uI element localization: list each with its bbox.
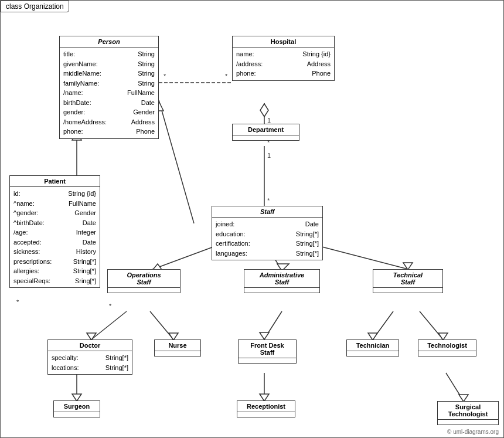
tech-staff-body <box>373 288 442 293</box>
svg-marker-4 <box>260 104 268 117</box>
svg-line-20 <box>91 311 127 339</box>
tech-staff-header: Technical Staff <box>373 270 442 288</box>
staff-body: joined:Date education:String[*] certific… <box>212 218 322 260</box>
technician-class: Technician <box>346 339 399 356</box>
person-class: Person title:String givenName:String mid… <box>59 36 159 139</box>
hospital-header: Hospital <box>233 36 334 47</box>
patient-header: Patient <box>10 176 100 187</box>
admin-staff-header: Administrative Staff <box>244 270 319 288</box>
department-body <box>233 135 299 140</box>
nurse-header: Nurse <box>155 340 200 351</box>
svg-line-28 <box>420 311 443 339</box>
doctor-body: specialty:String[*] locations:String[*] <box>48 351 132 374</box>
patient-body: id:String {id} ^name:FullName ^gender:Ge… <box>10 187 100 287</box>
patient-class: Patient id:String {id} ^name:FullName ^g… <box>9 175 100 288</box>
svg-line-34 <box>446 373 464 401</box>
svg-text:1: 1 <box>267 152 271 159</box>
technologist-header: Technologist <box>418 340 476 351</box>
svg-marker-25 <box>260 332 269 339</box>
diagram-title: class Organization <box>1 1 69 12</box>
front-desk-body <box>239 358 296 363</box>
front-desk-class: Front Desk Staff <box>238 339 297 364</box>
technician-body <box>347 351 399 356</box>
receptionist-class: Receptionist <box>237 400 295 417</box>
admin-staff-class: Administrative Staff <box>244 269 320 293</box>
surgeon-class: Surgeon <box>53 400 100 417</box>
doctor-header: Doctor <box>48 340 132 351</box>
hospital-body: name:String {id} /address:Address phone:… <box>233 47 334 80</box>
surgical-tech-body <box>438 420 498 425</box>
doctor-class: Doctor specialty:String[*] locations:Str… <box>47 339 132 375</box>
surgical-tech-class: Surgical Technologist <box>437 401 499 425</box>
nurse-class: Nurse <box>154 339 201 356</box>
surgical-tech-header: Surgical Technologist <box>438 402 498 420</box>
technician-header: Technician <box>347 340 399 351</box>
ops-staff-class: Operations Staff <box>107 269 181 293</box>
ops-staff-header: Operations Staff <box>108 270 180 288</box>
staff-header: Staff <box>212 206 322 218</box>
copyright: © uml-diagrams.org <box>447 429 499 435</box>
nurse-body <box>155 351 200 356</box>
svg-line-24 <box>264 311 282 339</box>
hospital-class: Hospital name:String {id} /address:Addre… <box>232 36 335 81</box>
svg-line-22 <box>150 311 173 339</box>
svg-line-12 <box>159 100 194 223</box>
front-desk-header: Front Desk Staff <box>239 340 296 358</box>
svg-text:1: 1 <box>267 117 271 124</box>
svg-text:*: * <box>225 73 228 80</box>
tech-staff-class: Technical Staff <box>373 269 443 293</box>
technologist-class: Technologist <box>418 339 476 356</box>
svg-text:*: * <box>109 303 112 310</box>
svg-text:*: * <box>164 73 166 80</box>
technologist-body <box>418 351 476 356</box>
surgeon-header: Surgeon <box>54 401 100 412</box>
svg-line-26 <box>373 311 393 339</box>
svg-text:*: * <box>16 298 19 305</box>
receptionist-header: Receptionist <box>237 401 295 412</box>
surgeon-body <box>54 412 100 417</box>
diagram-container: class Organization * * 1 * 1 * <box>0 0 504 438</box>
department-class: Department <box>232 124 299 141</box>
staff-class: Staff joined:Date education:String[*] ce… <box>212 206 323 260</box>
department-header: Department <box>233 124 299 135</box>
person-body: title:String givenName:String middleName… <box>60 47 158 138</box>
receptionist-body <box>237 412 295 417</box>
ops-staff-body <box>108 288 180 293</box>
svg-text:*: * <box>267 197 270 204</box>
admin-staff-body <box>244 288 319 293</box>
person-header: Person <box>60 36 158 47</box>
